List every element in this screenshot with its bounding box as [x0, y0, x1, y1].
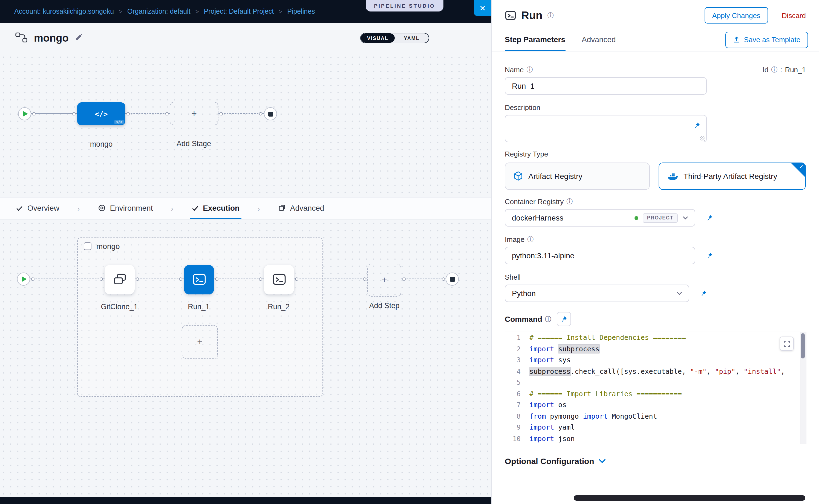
add-stage-button[interactable]: +	[170, 102, 218, 125]
breadcrumb-pipelines[interactable]: Pipelines	[287, 8, 315, 15]
info-icon[interactable]: ⓘ	[566, 198, 573, 206]
panel-header: Run ⓘ Apply Changes Discard	[492, 0, 819, 28]
plus-icon: +	[381, 275, 387, 286]
edge-port	[363, 277, 366, 281]
collapse-group-button[interactable]: −	[84, 242, 91, 250]
pin-icon[interactable]	[702, 248, 716, 263]
expand-editor-button[interactable]	[780, 337, 794, 351]
edge	[30, 279, 105, 279]
panel-horizontal-scrollbar-thumb[interactable]	[574, 495, 805, 501]
container-registry-input[interactable]: dockerHarness PROJECT	[505, 209, 695, 227]
breadcrumb-project[interactable]: Project: Default Project	[204, 8, 274, 15]
stop-icon	[450, 277, 455, 282]
template-icon	[733, 36, 740, 43]
check-icon	[191, 204, 198, 212]
edge-port	[215, 277, 218, 281]
pipeline-start-node[interactable]	[18, 107, 31, 120]
shell-select[interactable]: Python	[505, 285, 689, 302]
environment-icon	[98, 204, 105, 212]
edge-port	[165, 112, 169, 115]
execution-end-node[interactable]	[446, 273, 459, 286]
pin-icon[interactable]	[557, 312, 571, 326]
app-root: Account: kurosakiichigo.songoku > Organi…	[0, 0, 819, 504]
visual-yaml-toggle: VISUAL YAML	[360, 33, 429, 43]
pipeline-title: mongo	[34, 32, 69, 44]
info-icon[interactable]: ⓘ	[771, 66, 777, 74]
tab-environment[interactable]: Environment	[96, 198, 154, 219]
step-node-gitclone-1[interactable]	[105, 265, 135, 294]
edge-port	[31, 277, 34, 281]
third-party-registry-card[interactable]: Third-Party Artifact Registry ✓	[658, 163, 806, 190]
expand-icon	[783, 340, 790, 347]
name-input[interactable]: Run_1	[505, 77, 707, 95]
pin-icon[interactable]	[702, 211, 716, 225]
pipeline-editor: Account: kurosakiichigo.songoku > Organi…	[0, 0, 491, 504]
play-icon	[23, 111, 28, 117]
command-label: Command ⓘ	[505, 315, 551, 323]
chevron-down-icon[interactable]	[683, 216, 688, 219]
edge-port	[402, 277, 406, 281]
image-input[interactable]: python:3.11-alpine	[505, 247, 695, 264]
editor-scrollbar[interactable]	[800, 332, 806, 444]
tab-step-parameters[interactable]: Step Parameters	[505, 28, 565, 51]
chevron-right-icon: ›	[171, 198, 173, 219]
info-icon[interactable]: ⓘ	[527, 235, 534, 244]
breadcrumb-account[interactable]: Account: kurosakiichigo.songoku	[14, 8, 114, 15]
terminal-icon	[272, 273, 286, 287]
add-parallel-step-button[interactable]: +	[182, 325, 218, 359]
step-node-run-1-selected[interactable]	[184, 265, 214, 294]
info-icon[interactable]: ⓘ	[545, 315, 551, 323]
add-stage-label: Add Stage	[164, 140, 224, 148]
description-textarea[interactable]	[505, 115, 707, 142]
stage-node-mongo[interactable]: </> </>	[77, 102, 125, 125]
save-as-template-button[interactable]: Save as Template	[725, 31, 808, 48]
info-icon[interactable]: ⓘ	[527, 66, 533, 74]
tab-step-advanced[interactable]: Advanced	[582, 28, 616, 51]
breadcrumb-organization[interactable]: Organization: default	[127, 8, 190, 15]
artifact-registry-icon	[514, 171, 523, 181]
resize-handle[interactable]	[700, 136, 705, 141]
command-code-editor[interactable]: 1# ====== Install Dependencies ========2…	[505, 332, 806, 444]
pipeline-end-node[interactable]	[264, 107, 277, 120]
panel-tabs: Step Parameters Advanced Save as Templat…	[492, 28, 819, 51]
stage-tabbar: Overview › Environment › Execution › Adv…	[0, 198, 491, 219]
edge	[125, 113, 170, 114]
pin-icon[interactable]	[696, 286, 710, 300]
pin-icon[interactable]	[689, 118, 704, 132]
chevron-down-icon	[599, 459, 606, 463]
tab-overview[interactable]: Overview	[14, 198, 61, 219]
yaml-toggle-button[interactable]: YAML	[395, 33, 429, 43]
tab-advanced[interactable]: Advanced	[276, 198, 326, 219]
run-step-icon	[505, 10, 516, 21]
editor-scrollbar-thumb[interactable]	[801, 333, 805, 358]
visual-toggle-button[interactable]: VISUAL	[361, 33, 395, 43]
pipeline-icon	[15, 32, 27, 45]
step-label: GitClone_1	[89, 303, 149, 311]
close-panel-button[interactable]: ✕	[474, 0, 491, 16]
artifact-registry-card[interactable]: Artifact Registry	[505, 163, 650, 190]
edit-pipeline-icon[interactable]	[75, 33, 82, 43]
info-icon[interactable]: ⓘ	[548, 11, 554, 19]
apply-changes-button[interactable]: Apply Changes	[705, 7, 768, 24]
check-icon: ✓	[799, 164, 804, 170]
edge-port	[32, 112, 36, 115]
pipeline-studio-badge: PIPELINE STUDIO	[366, 0, 444, 11]
tab-execution[interactable]: Execution	[190, 198, 241, 219]
edge	[135, 279, 184, 279]
execution-start-node[interactable]	[17, 273, 30, 286]
code-lines: 1# ====== Install Dependencies ========2…	[505, 332, 806, 444]
edge-port	[136, 277, 139, 281]
scope-badge: PROJECT	[643, 213, 678, 222]
optional-configuration-toggle[interactable]: Optional Configuration	[505, 456, 806, 466]
bottom-bar	[0, 497, 491, 504]
edge	[214, 279, 264, 279]
step-label: Run_2	[248, 303, 309, 311]
edge	[31, 113, 77, 114]
discard-button[interactable]: Discard	[782, 11, 806, 19]
registry-type-label: Registry Type	[505, 150, 548, 158]
step-node-run-2[interactable]	[264, 265, 294, 294]
chevron-down-icon[interactable]	[677, 292, 682, 295]
stage-graph-canvas: </> </> mongo + Add Stage	[0, 54, 491, 198]
registry-type-cards: Artifact Registry Third-Party Artifact R…	[505, 163, 806, 190]
add-step-button[interactable]: +	[367, 264, 401, 297]
